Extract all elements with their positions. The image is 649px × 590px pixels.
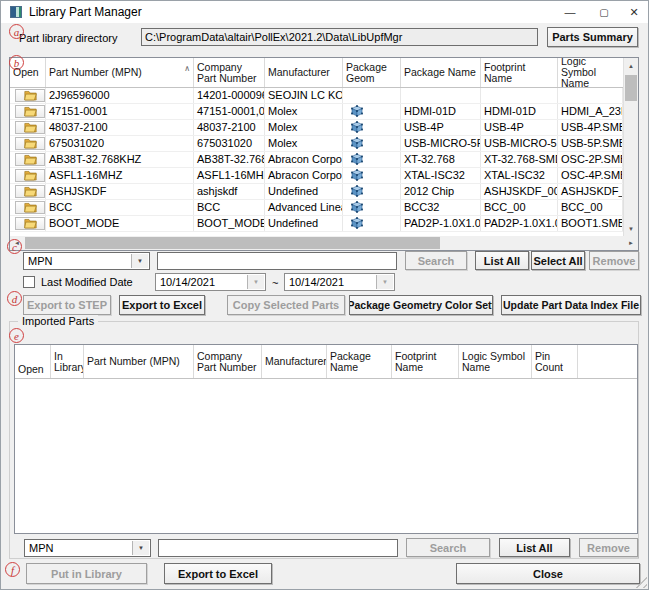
scroll-right-icon[interactable]: ►: [624, 236, 638, 250]
parts-summary-button[interactable]: Parts Summary: [547, 27, 638, 47]
imported-parts-group: Imported Parts Open In Library Part Numb…: [9, 321, 639, 559]
column-header-manufacturer[interactable]: Manufacturer: [265, 58, 343, 87]
cell-footprint: HDMI-01D: [481, 104, 558, 119]
footer-export-to-excel-button[interactable]: Export to Excel: [164, 563, 272, 584]
cell-footprint: BCC_00: [481, 200, 558, 215]
remove-button[interactable]: Remove: [589, 251, 639, 270]
cell-part-number: 47151-0001: [46, 104, 194, 119]
column-header-package-name[interactable]: Package Name: [401, 58, 481, 87]
table-row[interactable]: 47151-0001 47151-0001,0712 Molex HDMI-01…: [10, 104, 623, 120]
library-parts-table: Open Part Number (MPN)∧ Company Part Num…: [9, 57, 639, 251]
table-row[interactable]: 48037-2100 48037-2100 Molex USB-4P USB-4…: [10, 120, 623, 136]
table-row[interactable]: 675031020 675031020 Molex USB-MICRO-5P U…: [10, 136, 623, 152]
list-all-button[interactable]: List All: [475, 251, 529, 270]
folder-icon: [24, 106, 37, 117]
annotation-f: f: [5, 562, 20, 577]
vertical-scroll-thumb[interactable]: [625, 75, 637, 101]
open-part-button[interactable]: [15, 217, 45, 230]
close-icon[interactable]: ✕: [619, 1, 649, 23]
column-header-footprint-name[interactable]: Footprint Name: [392, 345, 459, 378]
export-to-excel-button[interactable]: Export to Excel: [119, 295, 205, 315]
open-part-button[interactable]: [15, 137, 45, 150]
open-part-button[interactable]: [15, 201, 45, 214]
open-part-button[interactable]: [15, 153, 45, 166]
chevron-down-icon[interactable]: ▼: [131, 254, 148, 268]
export-to-step-button[interactable]: Export to STEP: [23, 295, 111, 315]
column-header-open[interactable]: Open: [15, 345, 51, 378]
cell-logic-symbol: BCC_00: [558, 200, 623, 215]
column-header-part-number[interactable]: Part Number (MPN)∧: [46, 58, 194, 87]
last-modified-checkbox[interactable]: [23, 276, 35, 288]
chevron-down-icon[interactable]: ▼: [132, 541, 149, 555]
cell-logic-symbol: OSC-2P.SMB: [558, 152, 623, 167]
imported-search-input[interactable]: [158, 539, 398, 557]
search-field-selector[interactable]: MPN ▼: [23, 252, 150, 270]
minimize-button[interactable]: —: [555, 1, 585, 23]
open-part-button[interactable]: [15, 185, 45, 198]
directory-path-field[interactable]: C:\ProgramData\altair\PollEx\2021.2\Data…: [141, 28, 538, 46]
cell-manufacturer: Abracon Corporat: [265, 168, 343, 183]
column-header-package-name[interactable]: Package Name: [327, 345, 392, 378]
cell-company: ashjskdf: [194, 184, 265, 199]
table-row[interactable]: ASFL1-16MHZ ASFL1-16MHZ,07 Abracon Corpo…: [10, 168, 623, 184]
3d-package-icon: [351, 153, 363, 165]
horizontal-scrollbar[interactable]: ◄ ►: [10, 236, 638, 250]
cell-manufacturer: Molex: [265, 120, 343, 135]
horizontal-scroll-thumb[interactable]: [25, 237, 440, 249]
imported-search-field-selector[interactable]: MPN ▼: [24, 539, 151, 557]
search-input[interactable]: [157, 252, 397, 270]
column-header-logic-symbol-name[interactable]: Logic Symbol Name: [459, 345, 532, 378]
cell-company: 47151-0001,0712: [194, 104, 265, 119]
search-button[interactable]: Search: [405, 251, 467, 270]
cell-package-geom: [343, 104, 401, 119]
column-header-logic-symbol-name[interactable]: Logic Symbol Name: [558, 58, 623, 87]
cell-logic-symbol: OSC-4P.SMB: [558, 168, 623, 183]
last-modified-label: Last Modified Date: [41, 276, 133, 288]
title-bar[interactable]: Library Part Manager — ▢ ✕: [1, 1, 648, 23]
open-part-button[interactable]: [15, 89, 45, 102]
folder-icon: [24, 138, 37, 149]
cell-logic-symbol: BOOT1.SMB: [558, 216, 623, 231]
package-geometry-color-setting-button[interactable]: 3D Package Geometry Color Setting: [349, 295, 493, 315]
open-part-button[interactable]: [15, 105, 45, 118]
annotation-c: c: [7, 239, 22, 254]
column-header-in-library[interactable]: In Library: [51, 345, 84, 378]
table-row[interactable]: AB38T-32.768KHZ AB38T-32.768KH Abracon C…: [10, 152, 623, 168]
scroll-up-icon[interactable]: ▲: [624, 58, 638, 73]
library-table-header: Open Part Number (MPN)∧ Company Part Num…: [10, 58, 623, 88]
chevron-down-icon[interactable]: ▼: [247, 275, 264, 289]
table-row[interactable]: 2J96596000 14201-000096,A, SEOJIN LC KOR…: [10, 88, 623, 104]
copy-selected-parts-button[interactable]: Copy Selected Parts: [227, 295, 345, 315]
put-in-library-button[interactable]: Put in Library: [26, 563, 147, 584]
column-header-manufacturer[interactable]: Manufacturer: [262, 345, 327, 378]
imported-search-button[interactable]: Search: [406, 538, 490, 557]
date-from-picker[interactable]: 10/14/2021 ▼: [155, 273, 266, 291]
select-all-button[interactable]: Select All: [531, 251, 585, 270]
column-header-pin-count[interactable]: Pin Count: [532, 345, 578, 378]
open-part-button[interactable]: [15, 121, 45, 134]
imported-remove-button[interactable]: Remove: [579, 538, 638, 557]
close-button[interactable]: Close: [456, 563, 640, 584]
table-row[interactable]: BOOT_MODE BOOT_MODE,070 Undefined PAD2P-…: [10, 216, 623, 232]
table-row[interactable]: BCC BCC Advanced Linear BCC32 BCC_00 BCC…: [10, 200, 623, 216]
open-part-button[interactable]: [15, 169, 45, 182]
imported-table-header: Open In Library Part Number (MPN) Compan…: [15, 345, 637, 379]
column-header-package-geom[interactable]: Package Geom: [343, 58, 401, 87]
update-part-data-index-button[interactable]: Update Part Data Index File: [501, 295, 641, 315]
vertical-scrollbar[interactable]: ▲ ▼: [623, 58, 638, 236]
column-header-footprint-name[interactable]: Footprint Name: [481, 58, 558, 87]
3d-package-icon: [351, 105, 363, 117]
column-header-company-part-number[interactable]: Company Part Number: [194, 345, 262, 378]
table-row[interactable]: ASHJSKDF ashjskdf Undefined 2012 Chip AS…: [10, 184, 623, 200]
imported-parts-label: Imported Parts: [18, 315, 98, 327]
chevron-down-icon[interactable]: ▼: [376, 275, 393, 289]
cell-part-number: 48037-2100: [46, 120, 194, 135]
date-to-picker[interactable]: 10/14/2021 ▼: [284, 273, 395, 291]
imported-list-all-button[interactable]: List All: [499, 538, 570, 557]
cell-package-geom: [343, 136, 401, 151]
maximize-button[interactable]: ▢: [589, 1, 619, 23]
cell-package-geom: [343, 216, 401, 231]
scroll-down-icon[interactable]: ▼: [624, 221, 638, 236]
column-header-company-part-number[interactable]: Company Part Number: [194, 58, 265, 87]
column-header-part-number[interactable]: Part Number (MPN): [84, 345, 194, 378]
